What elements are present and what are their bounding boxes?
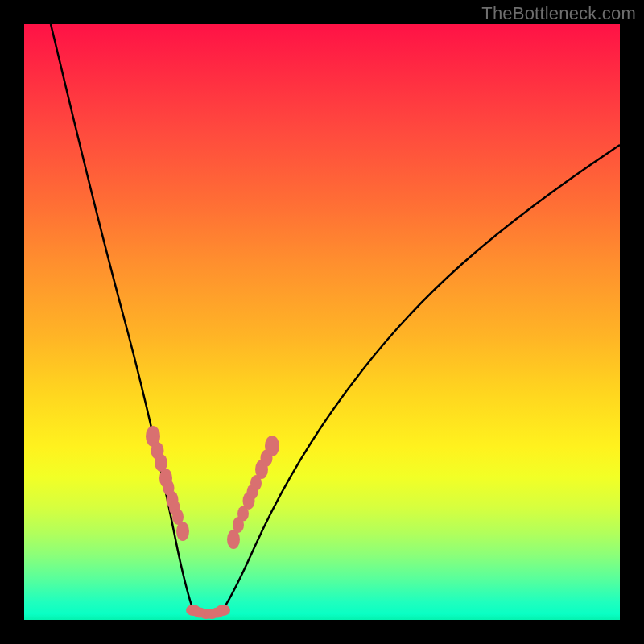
right-branch	[223, 145, 620, 609]
valley-highlights	[186, 605, 230, 619]
chart-frame: TheBottleneck.com	[0, 0, 644, 644]
right-branch-highlights	[227, 436, 279, 549]
svg-point-23	[265, 436, 279, 456]
watermark-text: TheBottleneck.com	[481, 3, 636, 24]
left-branch	[51, 24, 193, 610]
svg-point-8	[176, 522, 189, 541]
bottleneck-curve	[24, 24, 620, 620]
left-branch-highlights	[146, 426, 189, 541]
svg-point-14	[216, 605, 230, 616]
plot-area	[24, 24, 620, 620]
